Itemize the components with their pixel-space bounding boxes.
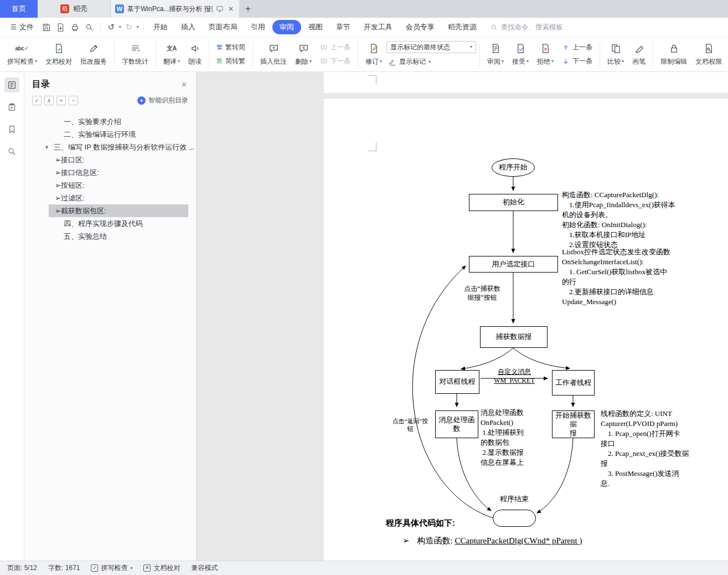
outline-panel-button[interactable] [4, 78, 19, 93]
export-button[interactable] [54, 20, 68, 34]
code-bullet-line: ➢ 构造函数: CCapturePacketDlg(CWnd* pParent … [402, 536, 582, 546]
tab-view[interactable]: 视图 [302, 19, 329, 35]
tab-start[interactable]: 开始 [147, 19, 174, 35]
toc-item-filter[interactable]: ➢过滤区: [24, 192, 196, 204]
markup-state-dropdown[interactable]: 显示标记的最终状态▾ [386, 41, 476, 53]
toc-item-2[interactable]: 二、实验编译运行环境 [24, 128, 196, 141]
translate-icon: 文A [167, 44, 177, 53]
toc-list: 一、实验要求介绍 二、实验编译运行环境 ▼ 三、编写 IP 数据报捕获与分析软件… [24, 111, 196, 243]
search-panel-button[interactable] [4, 144, 19, 159]
toc-checkbox-icon[interactable]: ✓ [32, 96, 42, 105]
print-preview-button[interactable] [83, 20, 96, 34]
tab-insert[interactable]: 插入 [175, 19, 202, 35]
tab-review[interactable]: 审阅 [272, 20, 301, 34]
prev-comment-button[interactable]: 上一条 [318, 42, 353, 53]
spell-check-button[interactable]: abc✓ 拼写检查▾ [3, 39, 41, 70]
chevron-down-icon: ▾ [502, 59, 504, 64]
tab-member[interactable]: 会员专享 [400, 19, 441, 35]
document-tab[interactable]: W 基于WinPca...捕获与分析 报告 ✕ [111, 0, 239, 18]
bookmark-panel-button[interactable] [4, 122, 19, 137]
delete-comment-button[interactable]: 删除▾ [291, 39, 316, 70]
restrict-edit-button[interactable]: 限制编辑 [657, 39, 691, 70]
prev-change-button[interactable]: 上一条 [560, 42, 595, 53]
undo-caret-icon[interactable]: ▾ [119, 25, 121, 29]
end-label: 程序结束 [493, 495, 536, 504]
toc-item-interface-info[interactable]: ➢接口信息区: [24, 166, 196, 179]
new-tab-button[interactable]: + [239, 0, 257, 18]
expand-plus-icon[interactable]: + [56, 96, 66, 105]
simp-to-trad-button[interactable]: 简简转繁 [214, 55, 247, 67]
toc-item-1[interactable]: 一、实验要求介绍 [24, 115, 196, 128]
next-change-button[interactable]: 下一条 [560, 55, 595, 67]
read-aloud-button[interactable]: 朗读 [184, 39, 205, 70]
tab-page-layout[interactable]: 页面布局 [203, 19, 244, 35]
trad-to-simp-button[interactable]: 繁繁转简 [214, 42, 247, 53]
track-changes-button[interactable]: 修订▾ [362, 39, 386, 70]
doc-proof-button[interactable]: 文档校对 [42, 39, 76, 70]
correction-service-button[interactable]: 批改服务 [76, 39, 111, 70]
save-button[interactable] [40, 20, 53, 34]
compare-button[interactable]: 比较▾ [603, 39, 628, 70]
divider [143, 23, 143, 32]
file-menu[interactable]: ☰ 文件 [6, 22, 39, 32]
markup-pen-icon [389, 58, 396, 66]
close-tab-icon[interactable]: ✕ [227, 5, 235, 13]
tab-dev-tools[interactable]: 开发工具 [358, 19, 399, 35]
compat-mode-indicator[interactable]: 兼容模式 [191, 563, 218, 573]
toc-item-4[interactable]: 四、程序实现步骤及代码 [24, 217, 196, 230]
accept-button[interactable]: 接受▾ [508, 39, 533, 70]
page-5[interactable]: 程序开始 初始化 构造函数: CCapturePacketDlg(): 1.使用… [324, 99, 728, 561]
daoke-tab[interactable]: 稻 稻壳 [38, 0, 111, 18]
toc-item-interface[interactable]: ➢接口区: [24, 153, 196, 166]
doc-permission-button[interactable]: 文档权限 [691, 39, 726, 70]
doc-check-icon [54, 43, 64, 54]
command-search-input[interactable]: 查找命令、搜索模板 [491, 23, 564, 32]
tab-references[interactable]: 引用 [245, 19, 271, 35]
doc-key-icon [704, 43, 714, 54]
home-tab[interactable]: 首页 [0, 0, 38, 18]
bullet-code: CCapturePacketDlg(CWnd* pParent ) [455, 536, 582, 545]
next-comment-button[interactable]: 下一条 [318, 55, 353, 67]
tab-section[interactable]: 章节 [330, 19, 357, 35]
window-tab-bar: 首页 稻 稻壳 W 基于WinPca...捕获与分析 报告 ✕ + [0, 0, 728, 18]
translate-button[interactable]: 文A 翻译▾ [159, 39, 184, 70]
toc-item-3[interactable]: ▼ 三、编写 IP 数据报捕获与分析软件运行效 ... [24, 141, 196, 153]
insert-comment-button[interactable]: 插入批注 [256, 39, 291, 70]
review-pane-button[interactable]: 审阅▾ [483, 39, 508, 70]
bookmark-icon [7, 125, 17, 134]
toc-item-buttons[interactable]: ➢按钮区: [24, 179, 196, 192]
chevron-down-icon[interactable]: ▼ [44, 145, 49, 150]
code-intro-text: 程序具体代码如下: [386, 518, 455, 528]
ink-button[interactable]: 画笔 [628, 39, 649, 70]
previous-page-bottom [324, 72, 728, 93]
redo-caret-icon[interactable]: ▾ [137, 25, 139, 29]
tab-daoke-resources[interactable]: 稻壳资源 [442, 19, 483, 35]
show-markup-button[interactable]: 显示标记▾ [386, 56, 476, 68]
bullet-marker-icon: ➢ [402, 536, 410, 546]
smart-toc-button[interactable]: ✦ 智能识别目录 [137, 96, 188, 105]
toc-item-5[interactable]: 五、实验总结 [24, 230, 196, 243]
page-indicator[interactable]: 页面: 5/12 [7, 563, 37, 573]
redo-button[interactable]: ↻ [122, 20, 136, 34]
close-pane-icon[interactable]: ✕ [181, 80, 187, 89]
document-canvas[interactable]: 程序开始 初始化 构造函数: CCapturePacketDlg(): 1.使用… [197, 72, 728, 561]
bubble-right-icon [320, 58, 328, 65]
spell-check-status[interactable]: ✓ 拼写检查 ▾ [91, 563, 132, 573]
brush-icon [634, 43, 644, 54]
search-icon [491, 24, 498, 31]
chevron-down-icon: ▾ [380, 59, 382, 64]
divider [653, 42, 653, 67]
monitor-icon[interactable] [216, 5, 224, 13]
task-panel-button[interactable] [4, 100, 19, 115]
collapse-all-icon[interactable]: ∧ [44, 96, 54, 105]
doc-proof-status[interactable]: ✕ 文档校对 [143, 563, 180, 573]
word-count-button[interactable]: 字数统计 [118, 39, 152, 70]
print-button[interactable] [69, 20, 82, 34]
toc-item-capture-area[interactable]: ➢截获数据包区: [49, 204, 188, 217]
divider [252, 42, 253, 67]
toc-pane-title: 目录 [32, 79, 50, 90]
reject-button[interactable]: 拒绝▾ [533, 39, 557, 70]
collapse-minus-icon[interactable]: − [69, 96, 78, 105]
undo-button[interactable]: ↺ [105, 20, 118, 34]
word-count-indicator[interactable]: 字数: 1671 [48, 563, 80, 573]
